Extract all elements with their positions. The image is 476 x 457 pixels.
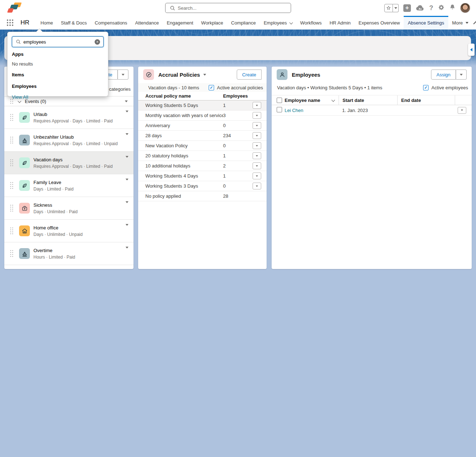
policy-row[interactable]: Monthly vacation with years of service 3: [138, 111, 267, 121]
event-title: Overtime: [33, 248, 75, 253]
row-menu-caret-icon[interactable]: [126, 156, 128, 158]
row-menu-caret-icon[interactable]: [126, 224, 128, 226]
row-menu-caret-icon[interactable]: [126, 133, 128, 135]
row-actions-button[interactable]: [253, 173, 261, 179]
policy-row[interactable]: 28 days 234: [138, 131, 267, 141]
clear-search-icon[interactable]: [95, 39, 100, 45]
policy-row[interactable]: Working Students 4 Days 1: [138, 171, 267, 181]
drag-handle-icon[interactable]: [10, 250, 14, 257]
tab-staff-docs[interactable]: Staff & Docs: [57, 16, 91, 30]
policy-row[interactable]: Anniversary 0: [138, 121, 267, 131]
leaf-icon: [19, 112, 30, 123]
tab-attendance[interactable]: Attendance: [131, 16, 163, 30]
policy-row[interactable]: No policy applied 28: [138, 191, 267, 201]
tab-workplace[interactable]: Workplace: [197, 16, 227, 30]
first-aid-icon: [19, 203, 30, 214]
sort-chevron-icon[interactable]: [331, 98, 335, 102]
policy-name: No policy applied: [138, 193, 223, 199]
event-row-home-office[interactable]: Home office Days · Unlimited · Unpaid: [4, 220, 133, 242]
launcher-item-employees[interactable]: Employees: [12, 84, 104, 89]
employee-row[interactable]: Lei Chen 1. Jan. 2023: [272, 105, 472, 116]
favorite-star-icon[interactable]: [384, 4, 393, 12]
create-dropdown-button[interactable]: [118, 70, 128, 80]
tab-expenses-overview[interactable]: Expenses Overview: [355, 16, 404, 30]
active-accrual-policies-checkbox[interactable]: [209, 85, 214, 90]
assign-button-group: Assign: [431, 70, 467, 80]
employees-filter-summary: Vacation days • Working Students 5 Days …: [277, 85, 382, 90]
row-actions-button[interactable]: [458, 107, 466, 114]
assign-dropdown-button[interactable]: [456, 70, 467, 80]
policy-row[interactable]: Working Students 5 Days 1: [138, 100, 267, 111]
notifications-bell-icon[interactable]: [449, 4, 455, 12]
row-actions-button[interactable]: [253, 122, 261, 129]
drag-handle-icon[interactable]: [10, 159, 14, 167]
create-policy-button[interactable]: Create: [237, 70, 262, 80]
guidance-cloud-icon[interactable]: [416, 4, 425, 12]
employees-panel-header: Employees Assign: [272, 67, 472, 82]
launcher-search-input[interactable]: [23, 37, 95, 46]
edit-nav-pencil-icon[interactable]: [472, 19, 476, 26]
row-actions-button[interactable]: [253, 112, 261, 119]
global-actions-plus-icon[interactable]: +: [403, 4, 411, 12]
user-avatar[interactable]: [460, 3, 470, 13]
select-row-checkbox[interactable]: [277, 107, 282, 112]
column-end-date: End date: [397, 95, 455, 105]
event-row-urlaub[interactable]: Urlaub Requires Approval · Days · Limite…: [4, 106, 133, 129]
policy-employee-count: 28: [223, 193, 245, 199]
collapse-panel-button[interactable]: [468, 44, 475, 56]
favorites-dropdown-button[interactable]: [393, 4, 399, 12]
row-actions-button[interactable]: [253, 132, 261, 139]
tab-engagement[interactable]: Engagement: [163, 16, 197, 30]
event-row-family-leave[interactable]: Family Leave Days · Limited · Paid: [4, 174, 133, 197]
policy-name: Working Students 3 Days: [138, 183, 223, 189]
tab-more[interactable]: More: [448, 16, 473, 30]
policy-row[interactable]: 10 additional holidays 2: [138, 161, 267, 171]
row-actions-button[interactable]: [253, 152, 261, 159]
global-search[interactable]: [165, 3, 291, 13]
column-start-date: Start date: [339, 95, 397, 105]
tab-home[interactable]: Home: [37, 16, 57, 30]
event-row-unbezahlter-urlaub[interactable]: Unbezahlter Urlaub Requires Approval · D…: [4, 129, 133, 152]
row-menu-caret-icon[interactable]: [126, 179, 128, 180]
panel-title-caret-icon[interactable]: [203, 74, 206, 76]
tab-compensations[interactable]: Compensations: [91, 16, 131, 30]
section-menu-caret-icon[interactable]: [125, 100, 128, 102]
drag-handle-icon[interactable]: [10, 182, 14, 189]
event-row-vacation-days[interactable]: Vacation days Requires Approval · Days ·…: [4, 152, 133, 174]
assign-button[interactable]: Assign: [431, 70, 456, 80]
event-row-overtime[interactable]: Overtime Hours · Limited · Paid: [4, 242, 133, 265]
tab-workflows[interactable]: Workflows: [296, 16, 326, 30]
row-menu-caret-icon[interactable]: [126, 111, 128, 112]
app-launcher-waffle-icon[interactable]: [7, 19, 13, 26]
row-menu-caret-icon[interactable]: [126, 201, 128, 203]
policy-name: Monthly vacation with years of service: [138, 113, 223, 118]
checkbox-label: Active accrual policies: [217, 85, 263, 90]
row-actions-button[interactable]: [253, 162, 261, 169]
select-all-checkbox[interactable]: [277, 98, 282, 103]
row-actions-button[interactable]: [253, 102, 261, 109]
launcher-search[interactable]: [12, 36, 104, 47]
employee-name-link[interactable]: Lei Chen: [285, 108, 339, 113]
row-actions-button[interactable]: [253, 142, 261, 149]
drag-handle-icon[interactable]: [10, 113, 14, 121]
drag-handle-icon[interactable]: [10, 136, 14, 144]
policy-row[interactable]: Working Students 3 Days 0: [138, 181, 267, 191]
tab-hr-admin[interactable]: HR Admin: [326, 16, 355, 30]
launcher-view-all-link[interactable]: View All: [12, 94, 104, 100]
drag-handle-icon[interactable]: [10, 204, 14, 212]
help-icon[interactable]: ?: [429, 4, 433, 12]
setup-gear-icon[interactable]: [438, 4, 445, 12]
tab-compliance[interactable]: Compliance: [227, 16, 260, 30]
tab-employees[interactable]: Employees: [260, 16, 296, 30]
column-accrual-policy-name: Accrual policy name: [138, 93, 223, 99]
row-actions-button[interactable]: [253, 183, 261, 189]
policy-row[interactable]: New Vacation Policy 0: [138, 141, 267, 151]
drag-handle-icon[interactable]: [10, 227, 14, 235]
tab-absence-settings[interactable]: Absence Settings: [404, 16, 448, 30]
active-employees-checkbox[interactable]: [423, 85, 429, 90]
event-row-sickness[interactable]: Sickness Days · Unlimited · Paid: [4, 197, 133, 220]
panel-title: Accrual Policies: [158, 72, 200, 78]
row-menu-caret-icon[interactable]: [126, 247, 128, 248]
policy-row[interactable]: 20 statutory holidays 1: [138, 151, 267, 161]
global-search-input[interactable]: [178, 4, 286, 12]
